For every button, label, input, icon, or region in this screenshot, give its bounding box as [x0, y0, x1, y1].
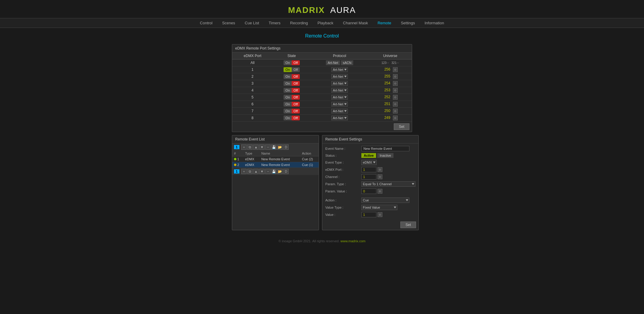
toolbar-down-btn[interactable]: ▼: [259, 144, 265, 150]
nav-cue-list[interactable]: Cue List: [240, 18, 264, 28]
nav-control[interactable]: Control: [195, 18, 217, 28]
btn-7-off[interactable]: Off: [292, 109, 299, 113]
toolbar-minus-btn[interactable]: −: [265, 144, 271, 150]
value-spin[interactable]: ⊙: [378, 212, 382, 217]
port-5: 5: [232, 94, 273, 101]
nav-recording[interactable]: Recording: [285, 18, 313, 28]
btn-1-off[interactable]: Off: [292, 67, 299, 72]
toolbar-copy-btn-b[interactable]: ⧉: [247, 169, 253, 174]
nav-playback[interactable]: Playback: [313, 18, 338, 28]
edm-set-button[interactable]: Set: [394, 123, 409, 130]
event-name-input[interactable]: [361, 146, 409, 151]
universe-6-spin[interactable]: ⊙: [393, 102, 398, 107]
toolbar-copy-btn[interactable]: ⧉: [247, 144, 253, 150]
protocol-select-4[interactable]: Art-NetsACN: [331, 88, 348, 93]
toolbar-add-btn[interactable]: +: [241, 144, 247, 150]
protocol-select-2[interactable]: Art-NetsACN: [331, 74, 348, 79]
state-all: On Off: [273, 59, 310, 66]
btn-5-on[interactable]: On: [284, 95, 292, 100]
toolbar-add-btn-b[interactable]: +: [241, 169, 247, 174]
btn-4-off[interactable]: Off: [292, 88, 299, 93]
nav-information[interactable]: Information: [420, 18, 449, 28]
status-inactive-btn[interactable]: Inactive: [377, 153, 393, 158]
universe-5-spin[interactable]: ⊙: [393, 95, 398, 100]
table-row-7: 7 On Off Art-NetsACN 250 ⊙: [232, 108, 412, 115]
action-value: Cue: [361, 198, 415, 203]
protocol-select-8[interactable]: Art-NetsACN: [331, 116, 348, 120]
event-type-select[interactable]: eDMX: [361, 160, 377, 165]
toolbar-d-btn-b[interactable]: D: [283, 169, 289, 174]
toolbar-up-btn-b[interactable]: ▲: [253, 169, 259, 174]
protocol-select-6[interactable]: Art-NetsACN: [331, 102, 348, 107]
universe-1: 256: [383, 67, 392, 71]
protocol-select-5[interactable]: Art-NetsACN: [331, 95, 348, 100]
col-protocol: Protocol: [311, 53, 369, 59]
event-type-1: eDMX: [243, 156, 260, 162]
universe-7: 250: [383, 109, 392, 113]
param-type-select[interactable]: Equal To 1 Channel: [361, 181, 415, 187]
btn-artnet-all[interactable]: Art-Net: [326, 60, 340, 65]
toolbar-minus-btn-b[interactable]: −: [265, 169, 271, 174]
universe-all: 123··· 321···: [369, 59, 412, 66]
footer-link[interactable]: www.madrix.com: [341, 239, 366, 243]
table-row-1: 1 On Off Art-NetsACN 256 ⊙: [232, 66, 412, 73]
param-value-spin[interactable]: ⊙: [378, 189, 382, 194]
btn-sacn-all[interactable]: sACN: [341, 60, 353, 65]
action-select[interactable]: Cue: [361, 198, 409, 203]
universe-4-spin[interactable]: ⊙: [393, 88, 398, 93]
btn-3-on[interactable]: On: [284, 81, 292, 86]
toolbar-save-btn[interactable]: 💾: [271, 144, 277, 150]
edm-port-input[interactable]: [361, 167, 376, 172]
channel-input[interactable]: [361, 174, 376, 180]
event-name-2: New Remote Event: [260, 162, 300, 168]
btn-6-on[interactable]: On: [284, 102, 292, 107]
btn-2-on[interactable]: On: [284, 74, 292, 79]
event-list-item-2[interactable]: 2 eDMX New Remote Event Cue (1): [232, 162, 319, 168]
toolbar-down-btn-b[interactable]: ▼: [259, 169, 265, 174]
edm-port-spin[interactable]: ⊙: [378, 167, 382, 172]
universe-7-spin[interactable]: ⊙: [393, 109, 398, 113]
universe-3-spin[interactable]: ⊙: [393, 81, 398, 86]
protocol-select-1[interactable]: Art-NetsACN: [331, 67, 348, 72]
toolbar-load-btn[interactable]: 📂: [277, 144, 283, 150]
nav-remote[interactable]: Remote: [373, 18, 396, 28]
param-value-input[interactable]: [361, 189, 376, 194]
content-area: Remote Control eDMX Remote Port Settings…: [232, 31, 412, 243]
universe-2-spin[interactable]: ⊙: [393, 74, 398, 79]
nav-settings[interactable]: Settings: [396, 18, 420, 28]
protocol-select-3[interactable]: Art-NetsACN: [331, 81, 348, 86]
channel-label: Channel :: [325, 174, 361, 180]
btn-2-off[interactable]: Off: [292, 74, 299, 79]
nav-channel-mask[interactable]: Channel Mask: [338, 18, 373, 28]
protocol-select-7[interactable]: Art-NetsACN: [331, 109, 348, 113]
col-type-header: Type: [243, 151, 260, 156]
event-list-item-1[interactable]: 1 eDMX New Remote Event Cue (2): [232, 156, 319, 162]
btn-3-off[interactable]: Off: [292, 81, 299, 86]
btn-8-on[interactable]: On: [284, 116, 292, 120]
universe-8-spin[interactable]: ⊙: [393, 116, 398, 120]
port-4: 4: [232, 87, 273, 94]
toolbar-d-btn[interactable]: D: [283, 144, 289, 150]
status-active-btn[interactable]: Active: [361, 153, 376, 158]
event-settings-set-button[interactable]: Set: [400, 222, 416, 228]
universe-1-spin[interactable]: ⊙: [393, 67, 398, 72]
table-row-6: 6 On Off Art-NetsACN 251 ⊙: [232, 101, 412, 108]
btn-8-off[interactable]: Off: [292, 116, 299, 120]
btn-all-on[interactable]: On: [284, 60, 292, 65]
nav-timers[interactable]: Timers: [264, 18, 285, 28]
uni-all-2: 321···: [391, 61, 400, 65]
btn-4-on[interactable]: On: [284, 88, 292, 93]
btn-5-off[interactable]: Off: [292, 95, 299, 100]
channel-spin[interactable]: ⊙: [378, 174, 382, 179]
btn-1-on[interactable]: On: [284, 67, 292, 72]
toolbar-up-btn[interactable]: ▲: [253, 144, 259, 150]
nav-scenes[interactable]: Scenes: [217, 18, 240, 28]
toolbar-save-btn-b[interactable]: 💾: [271, 169, 277, 174]
value-type-select[interactable]: Fixed Value: [361, 205, 397, 210]
page-indicator-bottom: 1: [234, 169, 239, 174]
btn-all-off[interactable]: Off: [292, 60, 299, 65]
btn-6-off[interactable]: Off: [292, 102, 299, 107]
btn-7-on[interactable]: On: [284, 109, 292, 113]
toolbar-load-btn-b[interactable]: 📂: [277, 169, 283, 174]
value-input[interactable]: [361, 212, 376, 217]
